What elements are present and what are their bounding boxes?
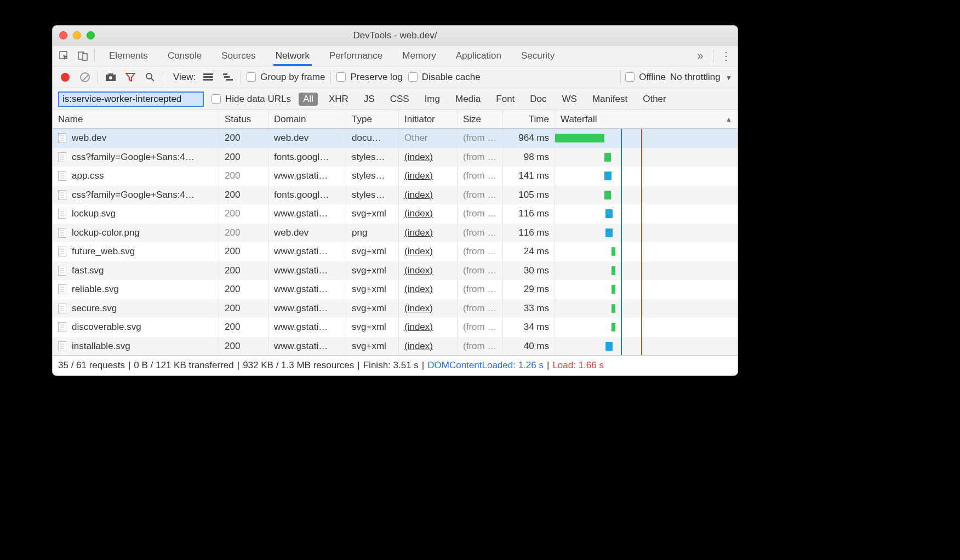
more-tabs-icon[interactable]: » [693, 49, 707, 63]
large-rows-icon[interactable] [201, 70, 215, 84]
waterfall-track [555, 242, 738, 261]
divider [98, 71, 98, 84]
file-icon [58, 171, 66, 181]
waterfall-track [555, 224, 738, 243]
column-initiator[interactable]: Initiator [399, 110, 458, 128]
tab-performance[interactable]: Performance [327, 46, 385, 66]
file-icon [58, 304, 66, 313]
overview-icon[interactable] [221, 70, 235, 84]
table-row[interactable]: app.css200www.gstati…styles…(index)(from… [53, 167, 738, 186]
type-filter-other[interactable]: Other [638, 93, 671, 106]
offline-checkbox[interactable]: Offline [625, 72, 666, 83]
file-icon [58, 341, 66, 351]
screenshot-icon[interactable] [104, 70, 118, 84]
type-filter-css[interactable]: CSS [386, 93, 414, 106]
type-filter-doc[interactable]: Doc [525, 93, 551, 106]
svg-point-6 [146, 73, 152, 79]
tab-security[interactable]: Security [519, 46, 557, 66]
svg-rect-2 [83, 54, 87, 60]
search-icon[interactable] [143, 70, 157, 84]
table-row[interactable]: web.dev200web.devdocu…Other(from …964 ms [53, 129, 738, 148]
throttling-select[interactable]: No throttling ▼ [670, 72, 732, 83]
column-time[interactable]: Time [503, 110, 555, 128]
preserve-log-checkbox[interactable]: Preserve log [336, 72, 402, 83]
svg-rect-12 [224, 76, 230, 78]
table-row[interactable]: future_web.svg200www.gstati…svg+xml(inde… [53, 242, 738, 261]
initiator-link[interactable]: (index) [404, 341, 433, 352]
table-row[interactable]: reliable.svg200www.gstati…svg+xml(index)… [53, 280, 738, 299]
initiator-link[interactable]: (index) [404, 303, 433, 314]
initiator-link[interactable]: (index) [404, 284, 433, 295]
panel-tabbar: ElementsConsoleSourcesNetworkPerformance… [53, 45, 738, 66]
table-row[interactable]: fast.svg200www.gstati…svg+xml(index)(fro… [53, 261, 738, 281]
group-by-frame-checkbox[interactable]: Group by frame [247, 72, 325, 83]
disable-cache-checkbox[interactable]: Disable cache [408, 72, 481, 83]
tab-network[interactable]: Network [273, 46, 312, 66]
table-row[interactable]: lockup.svg200www.gstati…svg+xml(index)(f… [53, 204, 738, 224]
divider [713, 49, 713, 62]
initiator-link[interactable]: (index) [404, 170, 433, 181]
type-filter-all[interactable]: All [299, 93, 318, 106]
file-icon [58, 266, 66, 276]
tab-memory[interactable]: Memory [400, 46, 438, 66]
type-filter-media[interactable]: Media [451, 93, 485, 106]
waterfall-track [555, 299, 738, 318]
filter-toggle-icon[interactable] [123, 70, 138, 84]
filter-bar: Hide data URLs AllXHRJSCSSImgMediaFontDo… [53, 88, 738, 110]
initiator-link[interactable]: (index) [404, 322, 433, 333]
column-size[interactable]: Size [458, 110, 503, 128]
svg-rect-9 [203, 76, 213, 78]
tab-console[interactable]: Console [165, 46, 204, 66]
status-bar: 35 / 61 requests | 0 B / 121 KB transfer… [53, 356, 738, 375]
column-name[interactable]: Name [53, 110, 219, 128]
table-header: Name Status Domain Type Initiator Size T… [53, 110, 738, 129]
column-type[interactable]: Type [346, 110, 399, 128]
window-title: DevTools - web.dev/ [53, 30, 738, 41]
initiator-link[interactable]: (index) [404, 152, 433, 163]
type-filter-img[interactable]: Img [420, 93, 444, 106]
waterfall-track [555, 186, 738, 205]
filter-input[interactable] [58, 92, 204, 107]
initiator-link[interactable]: (index) [404, 246, 433, 257]
type-filter-font[interactable]: Font [492, 93, 519, 106]
device-toggle-icon[interactable] [76, 49, 90, 63]
initiator-link[interactable]: (index) [404, 265, 433, 276]
status-requests: 35 / 61 requests [58, 360, 125, 371]
type-filter-ws[interactable]: WS [558, 93, 581, 106]
table-row[interactable]: discoverable.svg200www.gstati…svg+xml(in… [53, 318, 738, 337]
table-row[interactable]: css?family=Google+Sans:4…200fonts.googl…… [53, 148, 738, 167]
file-icon [58, 209, 66, 219]
waterfall-track [555, 280, 738, 299]
record-button[interactable] [58, 70, 72, 84]
status-resources: 932 KB / 1.3 MB resources [243, 360, 354, 371]
sort-icon: ▲ [725, 116, 732, 123]
waterfall-track [555, 129, 738, 148]
svg-point-5 [109, 76, 112, 79]
hide-data-urls-checkbox[interactable]: Hide data URLs [212, 94, 291, 105]
table-row[interactable]: secure.svg200www.gstati…svg+xml(index)(f… [53, 299, 738, 318]
waterfall-track [555, 318, 738, 337]
type-filter-js[interactable]: JS [359, 93, 379, 106]
tab-elements[interactable]: Elements [107, 46, 150, 66]
initiator-link[interactable]: (index) [404, 208, 433, 219]
table-row[interactable]: css?family=Google+Sans:4…200fonts.googl…… [53, 186, 738, 205]
column-waterfall[interactable]: Waterfall▲ [555, 110, 738, 128]
initiator-link[interactable]: (index) [404, 190, 433, 201]
svg-rect-11 [223, 73, 227, 75]
tab-sources[interactable]: Sources [219, 46, 258, 66]
chevron-down-icon: ▼ [725, 74, 732, 82]
table-row[interactable]: lockup-color.png200web.devpng(index)(fro… [53, 224, 738, 243]
divider [620, 71, 621, 84]
inspect-icon[interactable] [57, 49, 71, 63]
type-filter-manifest[interactable]: Manifest [588, 93, 632, 106]
clear-button[interactable] [78, 70, 92, 84]
tab-application[interactable]: Application [454, 46, 504, 66]
kebab-menu-icon[interactable]: ⋮ [719, 49, 733, 63]
column-status[interactable]: Status [219, 110, 268, 128]
column-domain[interactable]: Domain [268, 110, 346, 128]
initiator-link[interactable]: (index) [404, 227, 433, 238]
file-icon [58, 228, 66, 238]
table-row[interactable]: installable.svg200www.gstati…svg+xml(ind… [53, 337, 738, 356]
table-body: web.dev200web.devdocu…Other(from …964 ms… [53, 129, 738, 356]
type-filter-xhr[interactable]: XHR [324, 93, 353, 106]
